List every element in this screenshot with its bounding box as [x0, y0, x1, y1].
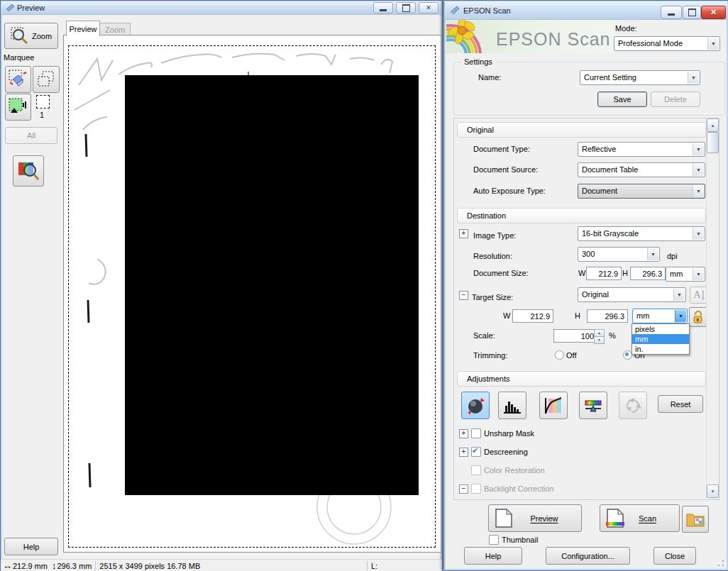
auto-locate-button[interactable]: [5, 94, 31, 121]
save-button[interactable]: Save: [597, 92, 647, 107]
auto-exposure-select[interactable]: Document ▼: [578, 184, 705, 199]
auto-exposure-tool-button[interactable]: [461, 392, 490, 419]
tab-preview[interactable]: Preview: [66, 21, 100, 36]
unit-option-in[interactable]: in.: [632, 344, 689, 354]
scan-help-button[interactable]: Help: [464, 547, 522, 565]
backlight-expander[interactable]: −: [459, 484, 468, 494]
scan-close-button[interactable]: ✕: [701, 6, 726, 19]
scroll-up-icon[interactable]: ▲: [707, 118, 719, 132]
scale-input[interactable]: 100: [553, 329, 597, 343]
scan-maximize-button[interactable]: [683, 6, 701, 19]
status-pixel-info: 2515 x 3499 pixels 16.78 MB: [99, 562, 200, 570]
reset-button[interactable]: Reset: [658, 395, 703, 413]
delete-button: Delete: [651, 92, 700, 107]
epson-flower-logo: [446, 20, 496, 53]
stepper-down-icon[interactable]: ▼: [594, 336, 605, 344]
chevron-down-icon: ▼: [673, 289, 685, 301]
unit-option-pixels[interactable]: pixels: [632, 324, 689, 334]
marquee-section-label: Marquee: [4, 53, 34, 62]
resolution-unit: dpi: [667, 252, 678, 260]
settings-scroll-area: Original Document Type: Reflective ▼ Doc…: [453, 118, 719, 500]
delete-marquee-button[interactable]: [5, 66, 31, 93]
minimize-button[interactable]: [373, 2, 393, 13]
preview-canvas[interactable]: [63, 35, 441, 553]
zoom-tool-label: Zoom: [32, 32, 52, 40]
mode-select[interactable]: Professional Mode ▼: [614, 36, 720, 51]
document-type-label: Document Type:: [473, 145, 530, 153]
maximize-button[interactable]: [396, 2, 416, 13]
redacted-block: [125, 75, 419, 495]
image-type-expander[interactable]: +: [459, 229, 468, 238]
scan-minimize-button[interactable]: [661, 6, 682, 19]
preview-help-button[interactable]: Help: [4, 538, 58, 555]
tone-curve-icon: [544, 396, 563, 416]
target-height-input[interactable]: 296.3: [587, 309, 628, 323]
scrollbar-thumb[interactable]: [707, 132, 719, 153]
tone-curve-tool-button[interactable]: [539, 392, 568, 419]
document-source-select[interactable]: Document Table ▼: [578, 162, 705, 177]
original-section-header: Original: [457, 122, 706, 138]
unsharp-mask-checkbox[interactable]: [471, 428, 481, 438]
target-width-input[interactable]: 212.9: [512, 309, 553, 323]
cycle-arrows-icon: [623, 396, 643, 416]
marquee-count: 1: [40, 111, 44, 119]
descreening-checkbox[interactable]: [471, 447, 481, 457]
chevron-down-icon: ▼: [693, 143, 704, 155]
configuration-button[interactable]: Configuration...: [546, 547, 630, 565]
setting-name-label: Name:: [478, 73, 501, 82]
zoom-tool-button[interactable]: Zoom: [4, 23, 58, 49]
height-arrow-icon: ↕: [52, 560, 57, 571]
unit-option-mm[interactable]: mm: [632, 334, 689, 344]
scale-label: Scale:: [473, 331, 495, 340]
doc-size-unit-select[interactable]: mm ▼: [666, 267, 705, 282]
unsharp-mask-expander[interactable]: +: [459, 429, 468, 438]
scan-button[interactable]: Scan: [600, 504, 680, 532]
duplicate-marquee-button[interactable]: [33, 66, 60, 93]
scale-stepper[interactable]: ▲ ▼: [594, 329, 603, 343]
document-source-label: Document Source:: [473, 165, 538, 174]
preview-window: Preview ✕ Zoom Marquee: [0, 0, 443, 571]
scroll-down-icon[interactable]: ▼: [707, 484, 719, 498]
resolution-label: Resolution:: [473, 252, 512, 260]
document-type-select[interactable]: Reflective ▼: [578, 142, 705, 157]
target-h-label: H: [575, 311, 580, 320]
target-size-label: Target Size:: [472, 293, 513, 301]
chevron-down-icon: ▼: [675, 310, 686, 322]
descreening-label: Descreening: [484, 448, 528, 456]
setting-name-select[interactable]: Current Setting ▼: [580, 70, 700, 85]
settings-group: Settings Name: Current Setting ▼ Save De…: [453, 62, 725, 116]
trimming-off-radio[interactable]: [555, 350, 564, 360]
thumbnail-checkbox[interactable]: [489, 535, 499, 545]
width-arrow-icon: ↔: [3, 560, 12, 571]
scan-page-icon: [606, 508, 624, 528]
resize-grip[interactable]: [717, 559, 725, 567]
chevron-down-icon: ▼: [707, 38, 719, 50]
doc-width-value: 212.9: [586, 267, 622, 280]
settings-legend: Settings: [461, 57, 495, 66]
densitometer-button[interactable]: [13, 155, 44, 187]
histogram-tool-button[interactable]: [498, 392, 526, 419]
settings-scrollbar[interactable]: ▲ ▼: [706, 118, 719, 498]
chevron-down-icon: ▼: [693, 185, 704, 197]
adjustments-section-header: Adjustments: [457, 371, 706, 387]
trimming-label: Trimming:: [473, 351, 507, 360]
selection-marquee[interactable]: [68, 45, 436, 548]
file-save-settings-button[interactable]: [682, 506, 709, 533]
target-size-select[interactable]: Original ▼: [578, 287, 686, 302]
descreening-expander[interactable]: +: [459, 448, 468, 457]
preview-button[interactable]: Preview: [488, 504, 582, 532]
color-restoration-label: Color Restoration: [484, 466, 545, 475]
banner-title: EPSON Scan: [496, 29, 610, 50]
scan-close-dialog-button[interactable]: Close: [653, 547, 696, 565]
target-size-expander[interactable]: −: [459, 291, 468, 300]
resolution-select[interactable]: 300 ▼: [578, 247, 660, 262]
target-unit-select[interactable]: mm ▼: [632, 309, 688, 323]
image-type-label: Image Type:: [473, 231, 516, 240]
unsharp-mask-label: Unsharp Mask: [484, 429, 534, 438]
image-adjustment-tool-button[interactable]: [579, 392, 607, 419]
image-type-select[interactable]: 16-bit Grayscale ▼: [578, 226, 705, 241]
histogram-icon: [502, 396, 522, 416]
color-restoration-checkbox: [471, 465, 481, 475]
close-button[interactable]: ✕: [419, 2, 439, 13]
auto-exposure-label: Auto Exposure Type:: [473, 187, 546, 195]
